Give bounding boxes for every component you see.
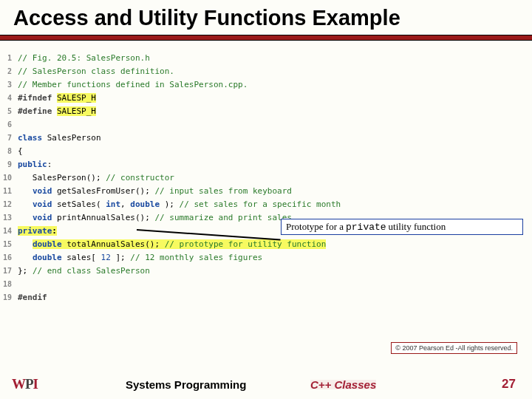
code-line: 8{ [0,145,414,158]
line-number: 7 [0,132,18,145]
line-number: 5 [0,105,18,118]
line-number: 3 [0,78,18,92]
code-line: 16 double sales[ 12 ]; // 12 monthly sal… [0,251,414,265]
line-number: 8 [0,145,18,158]
page-number: 27 [502,377,516,392]
code-line: 19#endif [0,291,414,304]
code-line: 18 [0,278,414,291]
code-content: void getSalesFromUser(); // input sales … [18,185,292,198]
code-content: #ifndef SALESP_H [18,92,96,105]
line-number: 4 [0,92,18,105]
code-line: 9public: [0,158,414,171]
line-number: 10 [0,171,18,185]
code-line: 1// Fig. 20.5: SalesPerson.h [0,52,414,65]
code-line: 15 double totalAnnualSales(); // prototy… [0,238,414,251]
footer-center: C++ Classes [310,378,376,391]
code-line: 11 void getSalesFromUser(); // input sal… [0,185,414,198]
line-number: 11 [0,185,18,198]
code-line: 7class SalesPerson [0,132,414,145]
line-number: 1 [0,52,18,65]
line-number: 9 [0,158,18,171]
code-content: SalesPerson(); // constructor [18,171,174,185]
code-line: 3// Member functions defined in SalesPer… [0,78,414,92]
line-number: 2 [0,65,18,78]
line-number: 12 [0,198,18,211]
code-content: #endif [18,291,47,304]
code-line: 5#define SALESP_H [0,105,414,118]
code-line: 12 void setSales( int, double ); // set … [0,198,414,211]
code-content: private: [18,225,57,238]
code-line: 4#ifndef SALESP_H [0,92,414,105]
callout-prefix: Prototype for a [286,221,344,233]
slide-title: Access and Utility Functions Example [0,0,532,35]
code-content: double sales[ 12 ]; // 12 monthly sales … [18,251,262,265]
code-content: #define SALESP_H [18,105,96,118]
footer: WPI Systems Programming C++ Classes 27 [0,369,532,399]
line-number: 19 [0,291,18,304]
code-content: class SalesPerson [18,132,101,145]
code-listing: 1// Fig. 20.5: SalesPerson.h2// SalesPer… [0,52,414,325]
line-number: 17 [0,265,18,278]
code-line: 17}; // end class SalesPerson [0,265,414,278]
callout-box: Prototype for a private utility function [281,219,523,235]
line-number: 18 [0,278,18,291]
wpi-logo: WPI [12,376,38,392]
line-number: 14 [0,225,18,238]
footer-left: Systems Programming [126,378,246,391]
code-content: void setSales( int, double ); // set sal… [18,198,341,211]
code-content: public: [18,158,52,171]
code-line: 6 [0,118,414,132]
code-line: 10 SalesPerson(); // constructor [0,171,414,185]
code-content: // SalesPerson class definition. [18,65,174,78]
code-content: // Fig. 20.5: SalesPerson.h [18,52,150,65]
code-content: void printAnnualSales(); // summarize an… [18,211,292,225]
code-content: }; // end class SalesPerson [18,265,150,278]
code-line: 2// SalesPerson class definition. [0,65,414,78]
callout-suffix: utility function [389,221,446,233]
line-number: 6 [0,118,18,132]
line-number: 16 [0,251,18,265]
title-bar: Access and Utility Functions Example [0,0,532,41]
code-content: // Member functions defined in SalesPers… [18,78,248,92]
callout-mono: private [346,222,386,233]
code-content: { [18,145,23,158]
line-number: 15 [0,238,18,251]
line-number: 13 [0,211,18,225]
title-underline [0,35,532,41]
copyright-notice: © 2007 Pearson Ed -All rights reserved. [391,342,517,354]
